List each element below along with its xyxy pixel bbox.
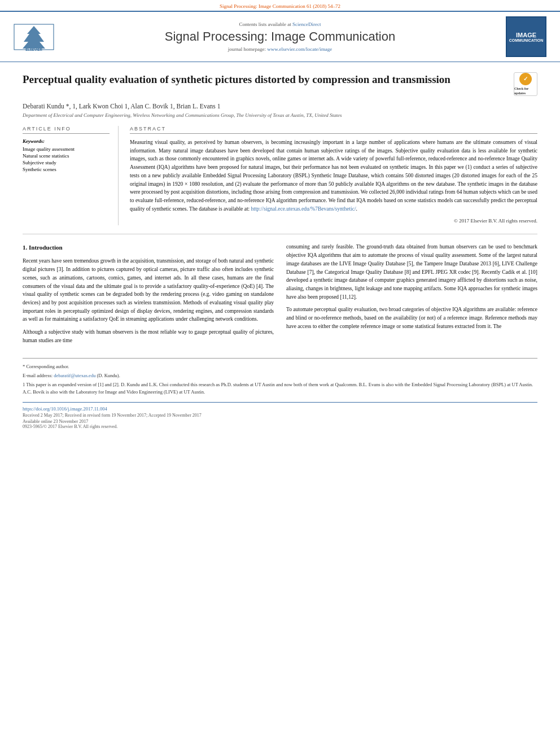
homepage-line: journal homepage: www.elsevier.com/locat… — [59, 46, 501, 52]
journal-header: ELSEVIER Contents lists available at Sci… — [0, 11, 560, 62]
main-content: Perceptual quality evaluation of synthet… — [0, 62, 560, 438]
database-url-link[interactable]: http://signal.ece.utexas.edu/%7Bevans/sy… — [251, 206, 356, 212]
keyword-3: Subjective study — [23, 160, 110, 165]
svg-text:ELSEVIER: ELSEVIER — [25, 48, 42, 51]
keyword-1: Image quality assessment — [23, 146, 110, 152]
intro-paragraph-1: Recent years have seen tremendous growth… — [23, 257, 274, 324]
contents-available-line: Contents lists available at ScienceDirec… — [59, 21, 501, 27]
section-divider — [23, 234, 537, 234]
elsevier-logo-svg: ELSEVIER — [11, 21, 56, 53]
keyword-4: Synthetic scenes — [23, 167, 110, 172]
body-left-column: 1. Introduction Recent years have seen t… — [23, 243, 274, 349]
article-info-header: ARTICLE INFO — [23, 126, 110, 134]
check-icon: ✓ — [519, 73, 532, 85]
journal-badge-container: IMAGE COMMUNICATION — [501, 16, 552, 57]
footnote-email: E-mail address: debaratif@utexas.edu (D.… — [23, 372, 537, 379]
journal-title: Signal Processing: Image Communication — [59, 29, 501, 44]
received-line: Received 2 May 2017; Received in revised… — [23, 413, 537, 418]
svg-marker-1 — [23, 26, 45, 49]
keyword-2: Natural scene statistics — [23, 153, 110, 159]
check-updates-label: Check for updates — [514, 86, 537, 95]
intro-section-title: 1. Introduction — [23, 243, 274, 252]
body-columns: 1. Introduction Recent years have seen t… — [23, 243, 537, 349]
email-link[interactable]: debaratif@utexas.edu — [54, 373, 95, 378]
article-abstract-columns: ARTICLE INFO Keywords: Image quality ass… — [23, 126, 537, 225]
journal-citation-text: Signal Processing: Image Communication 6… — [220, 3, 340, 9]
doi-line: https://doi.org/10.1016/j.image.2017.11.… — [23, 406, 537, 412]
intro-paragraph-3: consuming and rarely feasible. The groun… — [286, 243, 537, 301]
footnotes-area: * Corresponding author. E-mail address: … — [23, 358, 537, 395]
paper-title-row: Perceptual quality evaluation of synthet… — [23, 72, 537, 96]
paper-title-text: Perceptual quality evaluation of synthet… — [23, 72, 514, 87]
abstract-body: Measuring visual quality, as perceived b… — [130, 139, 537, 212]
badge-image-text: IMAGE — [516, 32, 536, 38]
intro-paragraph-4: To automate perceptual quality evaluatio… — [286, 305, 537, 330]
sciencedirect-link[interactable]: ScienceDirect — [292, 21, 321, 27]
abstract-header: ABSTRACT — [130, 126, 537, 134]
journal-header-center: Contents lists available at ScienceDirec… — [59, 21, 501, 52]
copyright-text: © 2017 Elsevier B.V. All rights reserved… — [130, 217, 537, 225]
article-info-column: ARTICLE INFO Keywords: Image quality ass… — [23, 126, 119, 225]
footnote-1: 1 This paper is an expanded version of [… — [23, 381, 537, 395]
badge-comm-text: COMMUNICATION — [509, 38, 544, 42]
keywords-label: Keywords: — [23, 138, 110, 144]
footnote-star: * Corresponding author. — [23, 363, 537, 370]
affiliation-text: Department of Electrical and Computer En… — [23, 112, 537, 118]
intro-paragraph-2: Although a subjective study with human o… — [23, 328, 274, 344]
available-line: Available online 23 November 2017 — [23, 419, 537, 424]
issn-line: 0923-5965/© 2017 Elsevier B.V. All right… — [23, 424, 537, 429]
check-updates-badge: ✓ Check for updates — [514, 72, 537, 96]
image-communication-badge: IMAGE COMMUNICATION — [506, 16, 546, 57]
bottom-bar: https://doi.org/10.1016/j.image.2017.11.… — [23, 402, 537, 429]
elsevier-logo-container: ELSEVIER — [8, 21, 59, 53]
body-right-column: consuming and rarely feasible. The groun… — [286, 243, 537, 349]
abstract-text: Measuring visual quality, as perceived b… — [130, 138, 537, 225]
authors-text: Debarati Kundu *, 1, Lark Kwon Choi 1, A… — [23, 103, 220, 110]
doi-link[interactable]: https://doi.org/10.1016/j.image.2017.11.… — [23, 406, 107, 412]
homepage-link[interactable]: www.elsevier.com/locate/image — [267, 46, 332, 52]
abstract-column: ABSTRACT Measuring visual quality, as pe… — [130, 126, 537, 225]
authors-line: Debarati Kundu *, 1, Lark Kwon Choi 1, A… — [23, 103, 537, 110]
journal-citation-bar: Signal Processing: Image Communication 6… — [0, 0, 560, 11]
